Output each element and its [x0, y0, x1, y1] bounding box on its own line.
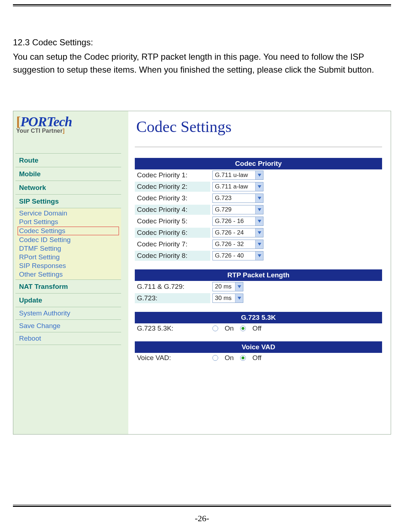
bottom-rule	[13, 505, 391, 507]
nav-mobile[interactable]: Mobile	[15, 167, 121, 181]
chevron-down-icon	[255, 171, 263, 179]
nav-codec-settings[interactable]: Codec Settings	[18, 227, 119, 235]
codec-priority-5-label: Codec Priority 5:	[135, 216, 210, 226]
nav-update[interactable]: Update	[15, 294, 121, 307]
logo: [PORTech Your CTI Partner]	[13, 113, 128, 139]
vad-header: Voice VAD	[135, 341, 382, 353]
codec-priority-1-select[interactable]: G.711 u-law	[212, 170, 263, 180]
g723-table: G.723 5.3K G.723 5.3K: On Off	[135, 312, 382, 333]
logo-wordmark: [PORTech	[16, 115, 125, 128]
nav-port-settings[interactable]: Port Settings	[15, 218, 121, 226]
vad-label: Voice VAD:	[135, 353, 210, 363]
vad-on-radio[interactable]	[212, 355, 218, 361]
codec-priority-2-label: Codec Priority 2:	[135, 182, 210, 192]
vad-off-radio[interactable]	[240, 355, 246, 361]
content: Codec Settings Codec Priority Codec Prio…	[128, 111, 391, 434]
rtp-table: RTP Packet Length G.711 & G.729:20 ms G.…	[135, 269, 382, 304]
codec-priority-7-select[interactable]: G.726 - 32	[212, 240, 263, 249]
rtp-g723-select[interactable]: 30 ms	[212, 294, 243, 303]
g723-on-label: On	[225, 324, 234, 332]
nav-sip-settings[interactable]: SIP Settings	[15, 195, 121, 208]
nav-reboot[interactable]: Reboot	[15, 332, 121, 345]
nav-service-domain[interactable]: Service Domain	[15, 209, 121, 218]
g723-off-radio[interactable]	[240, 326, 246, 331]
chevron-down-icon	[255, 240, 263, 249]
chevron-down-icon	[255, 251, 263, 260]
codec-priority-6-label: Codec Priority 6:	[135, 228, 210, 238]
chevron-down-icon	[255, 228, 263, 237]
codec-priority-8-label: Codec Priority 8:	[135, 251, 210, 261]
codec-priority-5-select[interactable]: G.726 - 16	[212, 217, 263, 226]
codec-priority-8-select[interactable]: G.726 - 40	[212, 251, 263, 260]
nav-nat-transform[interactable]: NAT Transform	[15, 280, 121, 294]
chevron-down-icon	[255, 182, 263, 191]
nav-codec-id-setting[interactable]: Codec ID Setting	[15, 236, 121, 244]
codec-priority-1-label: Codec Priority 1:	[135, 170, 210, 180]
g723-on-radio[interactable]	[212, 326, 218, 331]
body-text: 12.3 Codec Settings: You can setup the C…	[13, 36, 375, 76]
nav-sip-submenu: Service Domain Port Settings Codec Setti…	[15, 208, 121, 280]
nav-route[interactable]: Route	[15, 154, 121, 167]
app-screenshot: [PORTech Your CTI Partner] Route Mobile …	[13, 111, 391, 435]
codec-priority-4-select[interactable]: G.729	[212, 205, 263, 214]
nav-sip-responses[interactable]: SIP Responses	[15, 262, 121, 270]
codec-priority-4-label: Codec Priority 4:	[135, 205, 210, 215]
codec-priority-header: Codec Priority	[135, 158, 382, 169]
codec-priority-3-label: Codec Priority 3:	[135, 193, 210, 203]
rtp-g711-select[interactable]: 20 ms	[212, 282, 243, 291]
page-number: -26-	[0, 514, 404, 523]
chevron-down-icon	[255, 205, 263, 214]
g723-label: G.723 5.3K:	[135, 323, 210, 333]
nav-network[interactable]: Network	[15, 181, 121, 195]
nav-system-authority[interactable]: System Authority	[15, 307, 121, 320]
nav-rport-setting[interactable]: RPort Setting	[15, 253, 121, 262]
codec-priority-7-label: Codec Priority 7:	[135, 239, 210, 249]
sidebar: [PORTech Your CTI Partner] Route Mobile …	[13, 111, 128, 434]
page-title: Codec Settings	[136, 118, 382, 136]
codec-priority-6-select[interactable]: G.726 - 24	[212, 228, 263, 237]
section-number-title: 12.3 Codec Settings:	[13, 36, 375, 49]
vad-table: Voice VAD Voice VAD: On Off	[135, 341, 382, 363]
vad-on-label: On	[225, 354, 234, 362]
chevron-down-icon	[255, 217, 263, 226]
nav-spacer	[15, 139, 121, 154]
codec-priority-2-select[interactable]: G.711 a-law	[212, 182, 263, 191]
rtp-header: RTP Packet Length	[135, 269, 382, 281]
top-rule	[13, 4, 391, 6]
g723-off-label: Off	[252, 324, 261, 332]
divider	[135, 147, 382, 147]
nav-other-settings[interactable]: Other Settings	[15, 270, 121, 279]
nav-save-change[interactable]: Save Change	[15, 320, 121, 332]
nav-dtmf-setting[interactable]: DTMF Setting	[15, 244, 121, 253]
rtp-g711-label: G.711 & G.729:	[135, 282, 210, 292]
chevron-down-icon	[255, 194, 263, 203]
rtp-g723-label: G.723:	[135, 293, 210, 303]
section-paragraph: You can setup the Codec priority, RTP pa…	[13, 50, 375, 76]
codec-priority-3-select[interactable]: G.723	[212, 194, 263, 203]
vad-off-label: Off	[252, 354, 261, 362]
chevron-down-icon	[235, 294, 243, 303]
codec-priority-table: Codec Priority Codec Priority 1:G.711 u-…	[135, 158, 382, 262]
chevron-down-icon	[235, 282, 243, 291]
g723-header: G.723 5.3K	[135, 312, 382, 323]
